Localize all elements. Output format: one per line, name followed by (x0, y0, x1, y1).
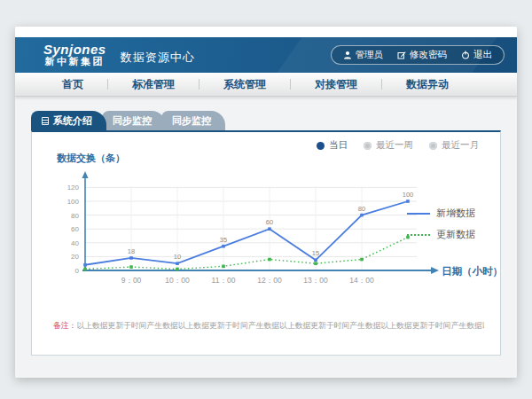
x-axis-arrow-icon (431, 267, 439, 274)
data-point (268, 258, 271, 262)
radio-dot-icon (364, 142, 372, 150)
data-point-label: 18 (128, 247, 135, 255)
filter-option-1[interactable]: 最近一周 (364, 139, 413, 152)
legend-item-1[interactable]: 更新数据 (407, 228, 475, 241)
legend-item-label: 新增数据 (436, 207, 475, 220)
user-button[interactable]: 管理员 (343, 49, 384, 61)
data-point-label: 100 (403, 191, 414, 199)
nav-item-4[interactable]: 数据异动 (382, 77, 473, 92)
y-tick-label: 120 (67, 184, 80, 192)
nav-item-0[interactable]: 首页 (38, 77, 107, 92)
x-tick-label: 12：00 (257, 276, 282, 285)
brand-logo: Synjones 新中新集团 (43, 43, 106, 66)
change-password-label: 修改密码 (410, 49, 447, 61)
brand-name: Synjones (43, 43, 106, 57)
y-axis-arrow-icon (82, 171, 89, 178)
app-header: Synjones 新中新集团 数据资源中心 管理员 修改密码 (15, 37, 517, 73)
data-point (129, 256, 133, 260)
line-chart: 0204060801001209：0010：0011：0012：0013：001… (44, 168, 452, 301)
tab-label: 系统介绍 (53, 114, 92, 128)
footnote-label: 备注： (53, 321, 76, 330)
x-tick-label: 9：00 (121, 276, 142, 285)
tab-2[interactable]: 同步监控 (161, 111, 225, 130)
x-tick-label: 10：00 (165, 276, 190, 285)
logout-label: 退出 (473, 49, 492, 61)
content-panel: 当日最近一周最近一月 数据交换（条） 0204060801001209：0010… (31, 130, 501, 356)
filter-option-0[interactable]: 当日 (317, 139, 348, 152)
power-icon (461, 51, 470, 59)
data-point (406, 200, 410, 203)
main-nav: 首页标准管理系统管理对接管理数据异动 (15, 73, 517, 97)
change-password-button[interactable]: 修改密码 (397, 49, 447, 61)
app-title: 数据资源中心 (121, 50, 195, 66)
data-point-label: 35 (220, 236, 227, 244)
y-tick-label: 80 (71, 212, 79, 220)
brand-subname: 新中新集团 (43, 57, 106, 67)
user-button-label: 管理员 (356, 49, 384, 61)
time-filter: 当日最近一周最近一月 (317, 139, 479, 152)
logout-button[interactable]: 退出 (461, 49, 492, 61)
tab-label: 同步监控 (113, 114, 152, 128)
data-point (222, 245, 225, 248)
nav-item-1[interactable]: 标准管理 (108, 77, 199, 92)
edit-icon (397, 51, 406, 59)
data-point (83, 268, 87, 271)
legend-item-0[interactable]: 新增数据 (407, 207, 475, 220)
tab-label: 同步监控 (172, 114, 211, 128)
data-point-label: 10 (174, 253, 181, 261)
data-point (314, 259, 317, 262)
data-point (176, 268, 179, 271)
footnote: 备注：以上数据更新于时间产生数据以上数据更新于时间产生数据以上数据更新于时间产生… (53, 321, 484, 332)
series-legend: 新增数据更新数据 (407, 207, 475, 241)
data-point (83, 263, 87, 267)
legend-line-sample (407, 213, 430, 215)
data-point (314, 262, 317, 265)
x-tick-label: 14：00 (349, 276, 374, 285)
filter-option-2[interactable]: 最近一月 (429, 139, 479, 152)
data-point (268, 227, 271, 231)
data-point (176, 262, 179, 265)
nav-item-3[interactable]: 对接管理 (291, 77, 381, 92)
radio-dot-icon (317, 142, 325, 150)
footnote-text: 以上数据更新于时间产生数据以上数据更新于时间产生数据以上数据更新于时间产生数据以… (76, 321, 484, 330)
y-tick-label: 0 (75, 267, 80, 275)
y-tick-label: 100 (67, 198, 80, 206)
filter-option-label: 当日 (329, 139, 348, 152)
y-tick-label: 20 (71, 253, 79, 261)
filter-option-label: 最近一月 (442, 139, 479, 152)
data-point (129, 265, 133, 269)
y-tick-label: 40 (71, 239, 79, 247)
tab-0[interactable]: 系统介绍 (31, 111, 106, 130)
y-axis-title: 数据交换（条） (57, 152, 125, 165)
data-point-label: 60 (266, 218, 273, 226)
data-point (360, 258, 364, 262)
legend-item-label: 更新数据 (436, 228, 475, 241)
data-point-label: 15 (312, 249, 319, 257)
content-area: 系统介绍同步监控同步监控 当日最近一周最近一月 数据交换（条） 02040608… (15, 97, 517, 378)
app-window: Synjones 新中新集团 数据资源中心 管理员 修改密码 (15, 27, 517, 378)
x-tick-label: 11：00 (212, 276, 236, 285)
document-icon (42, 117, 49, 125)
header-actions: 管理员 修改密码 退出 (331, 45, 505, 65)
x-axis-title: 日期（小时） (442, 265, 503, 278)
x-tick-label: 13：00 (303, 276, 328, 285)
window-top-strip (15, 27, 517, 37)
legend-line-sample (407, 234, 430, 236)
data-point-label: 80 (358, 205, 365, 213)
y-tick-label: 60 (71, 225, 79, 233)
data-point (222, 265, 225, 269)
filter-option-label: 最近一周 (376, 139, 413, 152)
nav-item-2[interactable]: 系统管理 (200, 77, 290, 92)
data-point (360, 214, 364, 217)
tab-bar: 系统介绍同步监控同步监控 (31, 111, 501, 130)
user-icon (343, 51, 352, 59)
radio-dot-icon (429, 142, 437, 150)
tab-1[interactable]: 同步监控 (102, 111, 166, 130)
